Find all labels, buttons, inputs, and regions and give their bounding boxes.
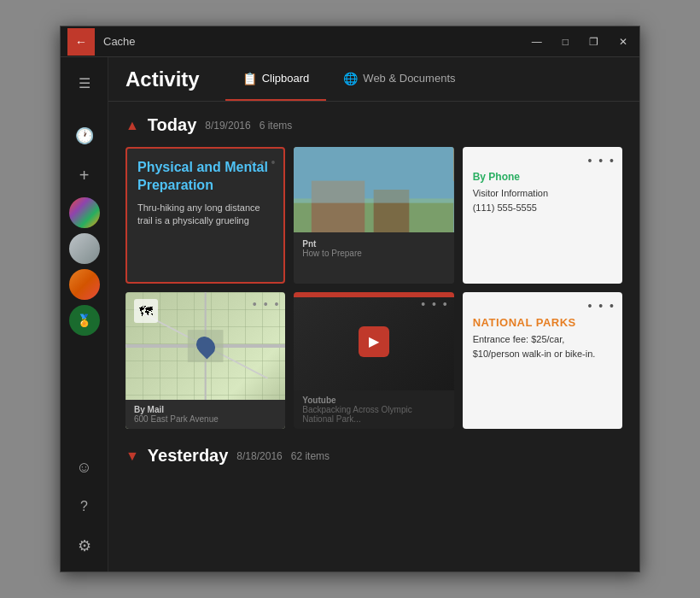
sidebar-help-icon[interactable]: ? (67, 490, 102, 524)
card-youtube[interactable]: • • • ▶ Youtube Backpacking Across Olymp… (294, 292, 453, 429)
card-subtitle-6: Entrance fee: $25/car, $10/person walk-i… (473, 332, 612, 361)
tab-clipboard[interactable]: 📋 Clipboard (225, 57, 327, 101)
card-sub-2: How to Prepare (302, 249, 445, 258)
card-dots-5[interactable]: • • • (421, 297, 448, 311)
content-area: Activity 📋 Clipboard 🌐 Web & Documents (108, 57, 639, 572)
minimize-button[interactable]: — (527, 34, 547, 50)
maximize-button[interactable]: □ (557, 34, 574, 50)
window-title: Cache (103, 35, 527, 48)
card-dots-6[interactable]: • • • (588, 299, 615, 313)
card-subtitle-4: 600 East Park Avenue (134, 414, 277, 424)
card-image-2: HOW TO PREPARE (294, 147, 453, 232)
titlebar: ← Cache — □ ❐ ✕ (61, 26, 639, 57)
cards-grid-today: • • • Physical and Mental Preparation Th… (125, 147, 622, 429)
card-dots-3[interactable]: • • • (588, 154, 615, 167)
section-header-yesterday: ▼ Yesterday 8/18/2016 62 items (125, 446, 622, 466)
card-physical-mental[interactable]: • • • Physical and Mental Preparation Th… (125, 147, 285, 284)
card-national-parks[interactable]: • • • NATIONAL PARKS Entrance fee: $25/c… (463, 292, 622, 429)
back-button[interactable]: ← (67, 28, 95, 56)
card-by-phone[interactable]: • • • By Phone Visitor Information (111)… (463, 147, 622, 284)
card-by-mail[interactable]: • • • 🗺 (125, 292, 285, 429)
avatar-2[interactable] (69, 233, 100, 264)
card-label-3: By Phone (473, 171, 612, 183)
sidebar-menu-icon[interactable]: ☰ (67, 66, 102, 100)
tab-web-documents[interactable]: 🌐 Web & Documents (326, 57, 472, 101)
card-body-1: Thru-hiking any long distance trail is a… (137, 202, 273, 228)
restore-button[interactable]: ❐ (584, 34, 604, 50)
clipboard-icon: 📋 (242, 72, 257, 85)
card-label-6: NATIONAL PARKS (473, 316, 612, 329)
tabs-container: 📋 Clipboard 🌐 Web & Documents (225, 57, 473, 101)
card-subtitle-3: Visitor Information (111) 555-5555 (473, 186, 612, 214)
section-header-today: ▲ Today 8/19/2016 6 items (125, 115, 622, 135)
page-title: Activity (125, 57, 200, 101)
avatar-3[interactable] (69, 269, 100, 300)
window-controls: — □ ❐ ✕ (527, 34, 633, 50)
content-header: Activity 📋 Clipboard 🌐 Web & Documents (108, 57, 639, 102)
youtube-play-icon[interactable]: ▶ (359, 326, 389, 357)
chevron-down-icon[interactable]: ▼ (125, 448, 139, 464)
card-dots-1[interactable]: • • • (249, 155, 277, 169)
sidebar-emoji-icon[interactable]: ☺ (67, 450, 102, 484)
card-label-4: By Mail (134, 405, 277, 414)
card-source-5: Youtube (302, 396, 445, 405)
app-window: ← Cache — □ ❐ ✕ ☰ 🕐 + 🏅 (60, 26, 640, 572)
section-count-today: 6 items (260, 120, 293, 132)
svg-rect-4 (294, 147, 453, 203)
section-date-yesterday: 8/18/2016 (236, 450, 282, 462)
section-count-yesterday: 62 items (291, 450, 330, 462)
section-date-today: 8/19/2016 (205, 120, 250, 132)
sidebar: ☰ 🕐 + 🏅 ☺ ? ⚙ (61, 57, 108, 572)
main-content: ☰ 🕐 + 🏅 ☺ ? ⚙ (61, 57, 639, 572)
card-pnt[interactable]: • • • HOW TO PREPARE (294, 147, 453, 284)
card-dots-4[interactable]: • • • (253, 297, 280, 311)
sidebar-history-icon[interactable]: 🕐 (67, 119, 102, 153)
section-title-yesterday: Yesterday (148, 446, 229, 466)
avatar-4[interactable]: 🏅 (69, 305, 100, 336)
sidebar-settings-icon[interactable]: ⚙ (67, 529, 102, 563)
section-title-today: Today (148, 115, 196, 135)
close-button[interactable]: ✕ (614, 34, 633, 50)
svg-text:🗺: 🗺 (139, 304, 153, 319)
web-icon: 🌐 (343, 72, 358, 85)
sidebar-add-icon[interactable]: + (67, 158, 102, 192)
scroll-area[interactable]: ▲ Today 8/19/2016 6 items • • • Physical… (108, 102, 639, 572)
avatar-1[interactable] (69, 197, 100, 228)
card-source-2: Pnt (302, 239, 445, 249)
chevron-up-icon[interactable]: ▲ (125, 118, 139, 133)
card-sub-5: Backpacking Across Olympic National Park… (302, 405, 445, 424)
